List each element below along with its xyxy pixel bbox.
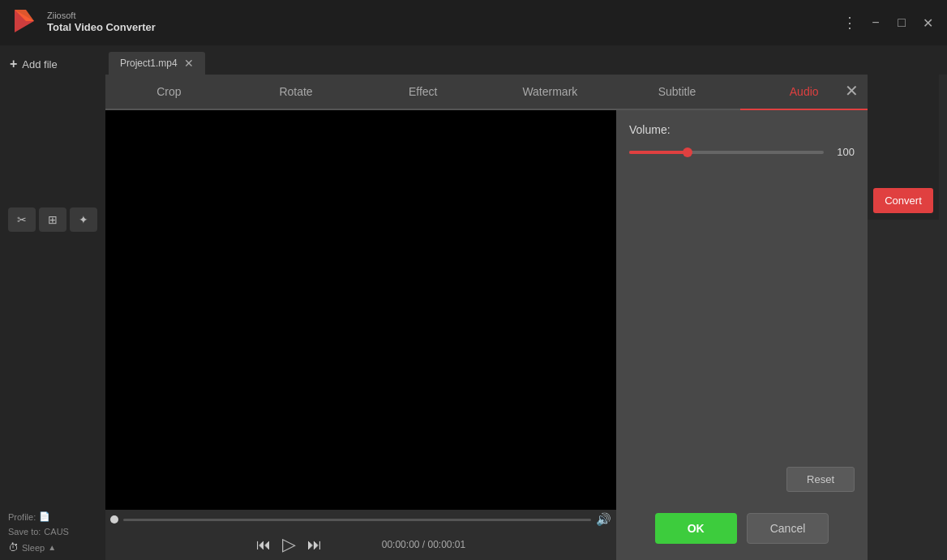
file-tab-close-button[interactable]: ✕ <box>184 58 194 69</box>
tab-effect[interactable]: Effect <box>359 75 486 109</box>
convert-sidebar: Convert <box>868 75 939 220</box>
effect-tool-button[interactable]: ✦ <box>70 207 97 232</box>
time-total: 00:00:01 <box>428 539 466 550</box>
time-sep: / <box>419 539 427 550</box>
volume-value: 100 <box>832 146 855 158</box>
progress-dot <box>110 515 118 524</box>
add-icon: + <box>10 57 17 71</box>
profile-label: Profile: <box>8 512 36 522</box>
file-tab-name: Project1.mp4 <box>120 58 178 69</box>
sidebar-bottom: Profile: 📄 Save to: CAUS ⏱ Sleep ▲ <box>0 507 105 560</box>
left-sidebar: + Add file ✂ ⊞ ✦ Profile: 📄 Save to: CAU… <box>0 45 105 560</box>
sleep-row[interactable]: ⏱ Sleep ▲ <box>8 541 97 554</box>
playback-controls: ⏮ ▷ ⏭ 00:00:00 / 00:00:01 <box>105 529 616 560</box>
forward-button[interactable]: ⏭ <box>307 536 322 554</box>
add-file-button[interactable]: + Add file <box>0 52 105 76</box>
ok-button[interactable]: OK <box>655 513 737 544</box>
video-canvas <box>105 110 616 510</box>
sleep-label: Sleep <box>22 543 45 553</box>
tab-rotate[interactable]: Rotate <box>233 75 360 109</box>
modal-dialog: Crop Rotate Effect Watermark Subtitle <box>105 75 947 560</box>
titlebar: Ziiosoft Total Video Converter ⋮ − □ ✕ <box>0 0 947 45</box>
clock-icon: ⏱ <box>8 541 19 554</box>
file-tab[interactable]: Project1.mp4 ✕ <box>109 52 205 75</box>
add-file-label: Add file <box>22 58 57 71</box>
spacer <box>629 166 855 467</box>
tab-subtitle[interactable]: Subtitle <box>614 75 741 109</box>
progress-track[interactable] <box>123 519 591 521</box>
cancel-button[interactable]: Cancel <box>747 513 829 544</box>
time-current: 00:00:00 <box>382 539 420 550</box>
video-preview-column: 🔊 ⏮ ▷ ⏭ 00:00:00 / 00:00:01 <box>105 110 616 560</box>
reset-button[interactable]: Reset <box>786 467 855 492</box>
profile-icon: 📄 <box>39 511 50 522</box>
time-display: 00:00:00 / 00:00:01 <box>382 539 465 550</box>
more-button[interactable]: ⋮ <box>840 13 859 32</box>
saveto-info: Save to: CAUS <box>8 527 97 536</box>
audio-controls-panel: Volume: 100 Reset <box>616 110 868 560</box>
modal-close-button[interactable]: ✕ <box>840 79 863 102</box>
volume-icon-button[interactable]: 🔊 <box>596 512 611 527</box>
modal-tabs: Crop Rotate Effect Watermark Subtitle <box>105 75 868 110</box>
rewind-button[interactable]: ⏮ <box>256 536 271 554</box>
maximize-button[interactable]: □ <box>892 13 911 32</box>
main-content: + Add file ✂ ⊞ ✦ Profile: 📄 Save to: CAU… <box>0 45 947 560</box>
modal-body: 🔊 ⏮ ▷ ⏭ 00:00:00 / 00:00:01 <box>105 110 868 560</box>
dialog-wrapper: Crop Rotate Effect Watermark Subtitle <box>105 75 947 560</box>
convert-button[interactable]: Convert <box>873 188 933 213</box>
chevron-up-icon: ▲ <box>48 543 56 552</box>
profile-info: Profile: 📄 <box>8 511 97 522</box>
window-close-button[interactable]: ✕ <box>918 13 937 32</box>
tool-buttons-row: ✂ ⊞ ✦ <box>8 207 97 232</box>
minimize-button[interactable]: − <box>866 13 885 32</box>
app-logo <box>10 6 39 39</box>
action-buttons: OK Cancel <box>629 505 855 547</box>
file-tabs-bar: Project1.mp4 ✕ <box>105 45 947 75</box>
saveto-value: CAUS <box>44 527 69 536</box>
tab-crop[interactable]: Crop <box>105 75 233 109</box>
volume-slider-fill <box>629 151 688 154</box>
crop-tool-button[interactable]: ⊞ <box>39 207 66 232</box>
main-content-column: Project1.mp4 ✕ Crop Rotate <box>105 45 947 560</box>
volume-label: Volume: <box>629 123 855 136</box>
modal-box: Crop Rotate Effect Watermark Subtitle <box>105 75 868 560</box>
titlebar-controls: ⋮ − □ ✕ <box>840 13 937 32</box>
volume-slider[interactable] <box>629 151 824 154</box>
app-title: Total Video Converter <box>47 21 156 35</box>
play-button[interactable]: ▷ <box>282 534 296 555</box>
reset-area: Reset <box>629 467 855 492</box>
cut-tool-button[interactable]: ✂ <box>8 207 36 232</box>
volume-slider-row: 100 <box>629 146 855 158</box>
volume-slider-thumb[interactable] <box>683 147 692 157</box>
tab-watermark[interactable]: Watermark <box>486 75 614 109</box>
app-info: Ziiosoft Total Video Converter <box>47 11 156 35</box>
app-name: Ziiosoft <box>47 11 156 21</box>
video-progress-bar: 🔊 <box>105 510 616 529</box>
saveto-label: Save to: <box>8 527 41 536</box>
